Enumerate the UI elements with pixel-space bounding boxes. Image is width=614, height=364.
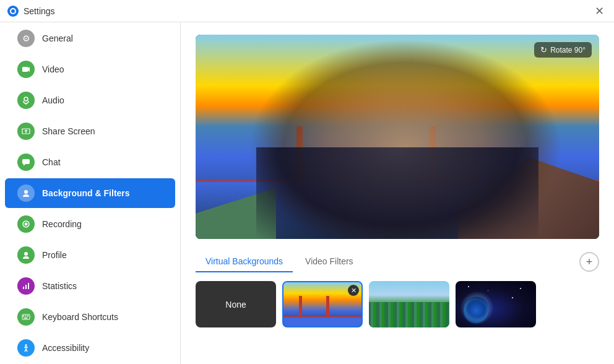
title-bar-left: Settings [7, 6, 55, 17]
bridge-bg-tower2 [326, 296, 329, 318]
title-bar: Settings ✕ [0, 0, 614, 22]
video-icon [17, 61, 35, 78]
app-icon [7, 6, 19, 17]
sidebar-item-accessibility[interactable]: Accessibility [5, 333, 175, 363]
sidebar-label-statistics: Statistics [42, 281, 77, 291]
background-none-label: None [225, 300, 246, 310]
sidebar-item-share-screen[interactable]: Share Screen [5, 116, 175, 146]
star1 [468, 286, 469, 287]
svg-rect-21 [24, 318, 28, 319]
svg-marker-3 [28, 67, 30, 72]
sidebar-item-general[interactable]: ⚙ General [5, 24, 175, 53]
sidebar-label-general: General [42, 33, 73, 43]
accessibility-icon [17, 339, 35, 357]
svg-point-22 [25, 344, 27, 346]
svg-point-13 [24, 252, 28, 256]
camera-preview: ↻ Rotate 90° [196, 35, 599, 239]
statistics-icon [17, 277, 35, 295]
sidebar-item-recording[interactable]: Recording [5, 209, 175, 239]
backgrounds-grid: None ✕ [196, 281, 599, 327]
chat-icon [17, 154, 35, 171]
planet-halo [460, 291, 494, 325]
svg-point-10 [24, 190, 28, 194]
sidebar: ⚙ General Video Audio [0, 22, 181, 364]
audio-icon [17, 92, 35, 109]
share-screen-icon [17, 123, 35, 140]
sidebar-label-accessibility: Accessibility [42, 343, 89, 353]
sidebar-label-video: Video [42, 64, 64, 74]
svg-point-1 [11, 9, 15, 13]
svg-marker-9 [24, 164, 25, 166]
keyboard-shortcuts-icon [17, 308, 35, 326]
svg-rect-16 [28, 283, 29, 289]
svg-rect-17 [22, 314, 30, 319]
main-content: ⚙ General Video Audio [0, 22, 614, 364]
tab-virtual-backgrounds[interactable]: Virtual Backgrounds [196, 251, 293, 272]
tab-video-filters[interactable]: Video Filters [295, 251, 363, 272]
tab-video-filters-label: Video Filters [305, 256, 353, 266]
sidebar-item-keyboard-shortcuts[interactable]: Keyboard Shortcuts [5, 302, 175, 332]
grass-blades [369, 302, 449, 327]
right-panel: ↻ Rotate 90° Virtual Backgrounds Video F… [181, 22, 614, 364]
person-body [256, 147, 538, 240]
svg-rect-19 [25, 316, 27, 317]
svg-point-12 [25, 223, 28, 226]
tabs-row: Virtual Backgrounds Video Filters + [196, 251, 599, 272]
profile-icon [17, 246, 35, 264]
svg-rect-20 [27, 316, 28, 317]
svg-rect-14 [23, 287, 24, 289]
rotate-icon: ↻ [540, 45, 547, 54]
tab-virtual-backgrounds-label: Virtual Backgrounds [205, 256, 283, 266]
svg-rect-8 [22, 159, 30, 164]
svg-point-4 [24, 97, 28, 101]
sidebar-label-background-filters: Background & Filters [42, 188, 130, 198]
rotate-button[interactable]: ↻ Rotate 90° [534, 42, 592, 58]
tabs-left: Virtual Backgrounds Video Filters [196, 251, 366, 272]
sidebar-label-keyboard-shortcuts: Keyboard Shortcuts [42, 312, 118, 322]
svg-line-26 [26, 349, 27, 352]
sidebar-label-audio: Audio [42, 95, 64, 105]
sidebar-item-background-filters[interactable]: Background & Filters [5, 178, 175, 208]
close-button[interactable]: ✕ [592, 4, 607, 18]
background-golden-gate[interactable]: ✕ [282, 281, 363, 327]
sidebar-item-audio[interactable]: Audio [5, 85, 175, 115]
background-filters-icon [17, 184, 35, 202]
sidebar-label-profile: Profile [42, 250, 67, 260]
sidebar-item-chat[interactable]: Chat [5, 147, 175, 177]
sidebar-label-chat: Chat [42, 157, 61, 167]
sidebar-label-recording: Recording [42, 219, 82, 229]
selected-badge: ✕ [348, 285, 359, 296]
preview-container: ↻ Rotate 90° [196, 35, 599, 239]
background-none[interactable]: None [196, 281, 276, 327]
sidebar-label-share-screen: Share Screen [42, 126, 95, 136]
recording-icon [17, 215, 35, 233]
background-space[interactable] [456, 281, 536, 327]
rotate-label: Rotate 90° [550, 46, 586, 54]
add-background-button[interactable]: + [579, 252, 599, 272]
svg-rect-2 [22, 67, 28, 72]
star2 [488, 290, 488, 291]
sidebar-item-statistics[interactable]: Statistics [5, 271, 175, 301]
sidebar-item-video[interactable]: Video [5, 54, 175, 84]
gear-icon: ⚙ [17, 30, 35, 47]
bridge-bg-tower1 [299, 296, 302, 318]
svg-rect-15 [25, 285, 27, 289]
window-title: Settings [24, 6, 55, 16]
svg-rect-18 [23, 316, 24, 317]
bridge-bg-water [283, 318, 361, 326]
background-grass[interactable] [369, 281, 449, 327]
sidebar-item-profile[interactable]: Profile [5, 240, 175, 270]
